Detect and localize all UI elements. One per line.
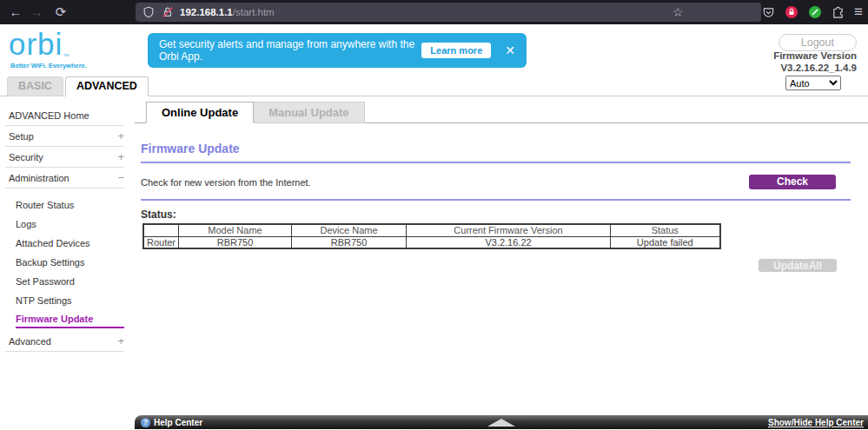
url-text[interactable]: 192.168.1.1/start.htm: [180, 7, 275, 17]
orbi-logo: orbi™ Better WiFi. Everywhere.: [9, 28, 87, 69]
banner-text: Get security alerts and manage from anyw…: [159, 38, 414, 63]
bookmark-star-icon[interactable]: ☆: [673, 3, 684, 22]
divider: [141, 162, 851, 163]
column-header-model-name: Model Name: [179, 224, 292, 236]
collapse-minus-icon[interactable]: −: [117, 171, 124, 184]
help-center-label: Help Center: [154, 418, 202, 427]
table-header-row: Model Name Device Name Current Firmware …: [143, 224, 720, 236]
forward-icon[interactable]: →: [26, 0, 47, 24]
logout-button[interactable]: Logout: [779, 34, 857, 51]
app-promo-banner: Get security alerts and manage from anyw…: [148, 33, 527, 68]
main-content: Online Update Manual Update Firmware Upd…: [135, 96, 868, 415]
sidebar-item-set-password[interactable]: Set Password: [0, 272, 135, 291]
sidebar-item-ntp-settings[interactable]: NTP Settings: [0, 291, 135, 310]
expand-plus-icon[interactable]: +: [117, 129, 124, 142]
update-tabs: Online Update Manual Update: [135, 96, 868, 123]
cell-device-type: Router: [143, 236, 179, 248]
check-row: Check for new version from the Internet.…: [141, 175, 868, 189]
sidebar-item-firmware-update[interactable]: Firmware Update: [0, 310, 135, 331]
tab-basic[interactable]: BASIC: [7, 76, 63, 96]
browser-toolbar: ← → ⟳ 192.168.1.1/start.htm ☆: [0, 0, 868, 24]
extensions-puzzle-icon[interactable]: [832, 6, 845, 19]
column-header-empty: [143, 224, 179, 236]
address-bar[interactable]: 192.168.1.1/start.htm ☆: [136, 3, 761, 22]
show-hide-help-link[interactable]: Show/Hide Help Center: [768, 418, 864, 427]
screen: ← → ⟳ 192.168.1.1/start.htm ☆: [0, 0, 868, 430]
password-manager-extension-icon[interactable]: [785, 5, 798, 19]
firmware-version-value: V3.2.16.22_1.4.9: [773, 62, 857, 74]
sidebar-item-security[interactable]: Security +: [0, 147, 135, 167]
url-host: 192.168.1.1: [180, 7, 233, 17]
sidebar-item-label: Attached Devices: [16, 238, 124, 248]
column-header-device-name: Device Name: [292, 224, 407, 236]
question-icon: ?: [141, 418, 150, 427]
sidebar-item-backup-settings[interactable]: Backup Settings: [0, 253, 135, 272]
column-header-status: Status: [611, 224, 720, 236]
sidebar-item-label: Backup Settings: [16, 257, 124, 268]
tab-advanced[interactable]: ADVANCED: [65, 76, 149, 96]
tab-online-update[interactable]: Online Update: [146, 102, 254, 123]
back-icon[interactable]: ←: [5, 0, 26, 24]
sidebar-item-label: Firmware Update: [16, 314, 93, 324]
divider: [5, 351, 124, 352]
reload-icon[interactable]: ⟳: [50, 0, 71, 24]
sidebar-item-logs[interactable]: Logs: [0, 215, 135, 234]
check-button[interactable]: Check: [749, 175, 836, 189]
sidebar-item-administration[interactable]: Administration −: [0, 168, 135, 188]
sidebar-item-label: ADVANCED Home: [9, 110, 124, 121]
divider: [141, 199, 851, 201]
help-center-link[interactable]: ? Help Center: [141, 418, 202, 427]
sidebar-item-label: Advanced: [9, 336, 117, 347]
learn-more-button[interactable]: Learn more: [421, 43, 491, 58]
check-description: Check for new version from the Internet.: [141, 177, 749, 188]
expand-help-arrow-icon[interactable]: [487, 419, 515, 427]
firmware-version-block: Firmware Version V3.2.16.22_1.4.9: [773, 50, 857, 75]
cell-update-status: Update failed: [611, 236, 720, 248]
column-header-current-firmware: Current Firmware Version: [407, 224, 611, 236]
sidebar-item-advanced-home[interactable]: ADVANCED Home: [0, 105, 135, 125]
help-bar: ? Help Center Show/Hide Help Center: [135, 415, 868, 429]
page-header: orbi™ Better WiFi. Everywhere. Get secur…: [0, 26, 868, 96]
updateall-row: UpdateAll: [141, 259, 868, 272]
update-all-button[interactable]: UpdateAll: [759, 259, 837, 272]
table-row: Router RBR750 RBR750 V3.2.16.22 Update f…: [143, 236, 720, 248]
green-extension-icon[interactable]: [808, 5, 822, 19]
menu-icon[interactable]: ≡: [854, 3, 863, 21]
logo-tagline: Better WiFi. Everywhere.: [10, 62, 87, 69]
spacer: [0, 189, 135, 195]
sidebar-item-label: Administration: [9, 173, 117, 183]
sidebar-item-setup[interactable]: Setup +: [0, 126, 135, 146]
tab-manual-update[interactable]: Manual Update: [254, 102, 364, 123]
firmware-status-table: Model Name Device Name Current Firmware …: [142, 223, 721, 249]
expand-plus-icon[interactable]: +: [117, 334, 124, 347]
status-label: Status:: [141, 208, 868, 221]
firmware-version-label: Firmware Version: [773, 50, 857, 62]
extension-icons: ≡: [762, 0, 863, 24]
sidebar-item-attached-devices[interactable]: Attached Devices: [0, 234, 135, 253]
page-title: Firmware Update: [141, 142, 868, 155]
sidebar-item-advanced[interactable]: Advanced +: [0, 331, 135, 351]
sidebar-item-label: Set Password: [16, 276, 124, 287]
sidebar-item-label: Setup: [9, 131, 117, 142]
sidebar-item-label: Logs: [16, 219, 124, 229]
shield-icon[interactable]: [142, 6, 155, 18]
sidebar-item-label: Router Status: [16, 200, 124, 210]
sidebar-nav: ADVANCED Home Setup + Security + Adminis…: [0, 96, 135, 430]
expand-plus-icon[interactable]: +: [117, 150, 124, 163]
firmware-update-panel: Firmware Update Check for new version fr…: [135, 142, 868, 272]
cell-firmware-version: V3.2.16.22: [407, 236, 611, 248]
logo-text: orbi: [9, 27, 63, 61]
banner-close-icon[interactable]: ✕: [505, 44, 515, 56]
pocket-icon[interactable]: [762, 6, 775, 19]
sidebar-item-label: NTP Settings: [16, 295, 124, 306]
cell-device-name: RBR750: [292, 236, 407, 248]
sidebar-item-router-status[interactable]: Router Status: [0, 195, 135, 215]
logo-tm: ™: [63, 53, 69, 59]
language-select[interactable]: Auto: [785, 76, 841, 90]
cell-model-name: RBR750: [179, 236, 292, 248]
mode-tabs: BASIC ADVANCED: [7, 76, 149, 96]
url-path: /start.htm: [233, 7, 275, 17]
insecure-lock-icon[interactable]: [162, 6, 174, 18]
sidebar-item-label: Security: [9, 152, 117, 162]
